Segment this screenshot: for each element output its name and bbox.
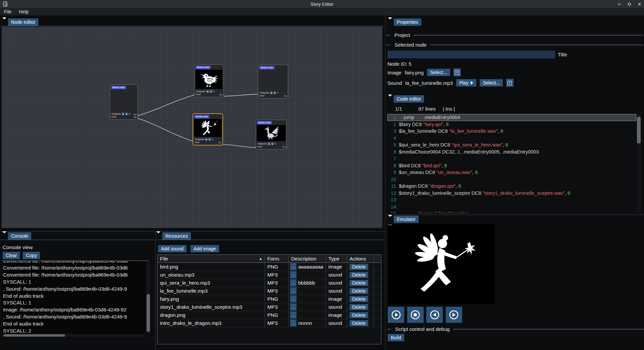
increment-outputs-button[interactable]: ▶ — [273, 91, 276, 94]
actions-cell: Delete — [347, 311, 374, 319]
node-graph-canvas[interactable]: Media nodeOutputs◀▶2Out#0#1Media nodeOut… — [2, 27, 382, 228]
add-sound-button[interactable]: Add sound — [158, 245, 186, 252]
collapse-panel-icon[interactable] — [2, 233, 7, 237]
collapse-panel-icon[interactable] — [156, 233, 161, 237]
edit-description-button[interactable]: .. — [290, 295, 297, 302]
tab-code-editor[interactable]: Code editor — [394, 95, 424, 103]
tab-emulator[interactable]: Emulator — [394, 216, 419, 223]
code-token: , — [455, 183, 458, 190]
increment-outputs-button[interactable]: ▶ — [271, 142, 274, 145]
format-cell: PNG — [265, 263, 289, 271]
emulator-stop-button[interactable] — [407, 307, 424, 323]
delete-button[interactable]: Delete — [350, 272, 368, 278]
graph-node[interactable]: Media nodeOutputs◀▶2Out#0#1 — [110, 84, 138, 120]
sound-play-button[interactable]: Play — [456, 79, 476, 86]
edit-description-button[interactable]: .. — [290, 271, 297, 278]
increment-outputs-button[interactable]: ▶ — [210, 90, 213, 93]
collapse-panel-icon[interactable] — [2, 19, 7, 23]
collapse-panel-icon[interactable] — [388, 217, 392, 221]
edit-description-button[interactable]: .. — [290, 319, 297, 327]
delete-button[interactable]: Delete — [350, 304, 368, 310]
delete-button[interactable]: Delete — [350, 320, 368, 326]
code-token: , .mediaEntry0005, .mediaEntry0003 — [460, 149, 539, 156]
tab-resources[interactable]: Resources — [162, 232, 191, 240]
column-header-actions[interactable]: Actions — [347, 255, 374, 263]
tab-node-editor[interactable]: Node editor — [8, 18, 38, 26]
delete-button[interactable]: Delete — [350, 296, 368, 302]
graph-node-bird[interactable]: Media nodeOutputs◀▶1Out#1 — [194, 64, 224, 97]
graph-node-dragon[interactable]: Media nodeOutputs◀▶1Out#1 — [256, 120, 287, 150]
code-token: $fairy DC8 — [399, 121, 423, 128]
code-text-area[interactable]: 1→jump ···· .mediaEntry00042$fairy DC8 "… — [387, 114, 636, 213]
column-header-description[interactable]: Description — [289, 255, 326, 263]
decrement-outputs-button[interactable]: ◀ — [267, 142, 270, 145]
edit-description-button[interactable]: .. — [290, 303, 297, 310]
code-token: "dragon.qoi" — [429, 183, 455, 190]
outputs-label: Outputs — [195, 138, 204, 141]
copy-button[interactable]: Copy — [23, 252, 40, 259]
decrement-outputs-button[interactable]: ◀ — [270, 91, 273, 94]
description-cell: .. — [289, 271, 326, 279]
edit-description-button[interactable]: .. — [290, 311, 297, 318]
tab-properties[interactable]: Properties — [394, 18, 421, 26]
column-header-file[interactable]: File▲ — [158, 255, 265, 263]
menu-item-file[interactable]: File — [4, 9, 12, 14]
line-number: 8 — [387, 162, 399, 169]
image-clear-button[interactable]: ✕ — [453, 68, 461, 76]
graph-node-fairy[interactable]: Media nodeOutputs◀▶1Out#1 — [193, 113, 223, 145]
line-number: 11 — [387, 183, 399, 190]
decrement-outputs-button[interactable]: ◀ — [206, 90, 209, 93]
output-pin — [222, 142, 223, 143]
build-button[interactable]: Build — [388, 334, 404, 341]
delete-button[interactable]: Delete — [350, 264, 368, 270]
emulator-forward-button[interactable] — [446, 307, 462, 323]
console-log-line: End of audio track — [3, 293, 146, 300]
code-vertical-scrollbar[interactable] — [637, 114, 641, 213]
edit-description-button[interactable]: .. — [290, 287, 297, 294]
console-vertical-scrollbar[interactable] — [146, 261, 150, 333]
spacer-cell — [374, 271, 381, 279]
tab-console[interactable]: Console — [8, 232, 31, 240]
add-image-button[interactable]: Add image — [191, 245, 219, 252]
menu-item-help[interactable]: Help — [19, 9, 29, 14]
title-input[interactable] — [387, 51, 555, 58]
output-pin — [287, 95, 289, 97]
emulator-back-button[interactable] — [426, 307, 443, 323]
decrement-outputs-button[interactable]: ◀ — [205, 138, 208, 141]
sound-clear-button[interactable]: ✕ — [506, 79, 514, 87]
graph-node[interactable]: Media nodeOutputs◀▶1Out#1 — [258, 65, 288, 99]
delete-button[interactable]: Delete — [350, 312, 368, 318]
increment-outputs-button[interactable]: ▶ — [208, 138, 211, 141]
column-header-form[interactable]: Form. — [265, 255, 289, 263]
clear-button[interactable]: Clear — [3, 252, 20, 259]
minimize-icon[interactable] — [616, 1, 622, 7]
code-token: "bird.qoi" — [422, 162, 441, 169]
output-pin-row: #1 — [283, 146, 287, 148]
output-pin-row: #1 — [220, 94, 224, 96]
console-log[interactable]: Convertered file: /home/anthony/ostproj/… — [2, 261, 146, 334]
console-log-line: SYSCALL: 1 — [3, 299, 146, 306]
code-token: $un_oiseau DC8 — [399, 169, 436, 176]
emulator-play-button[interactable] — [388, 307, 404, 323]
file-cell: la_fee_luminelle.mp3 — [158, 287, 265, 295]
description-cell: .. — [289, 287, 326, 295]
delete-button[interactable]: Delete — [350, 280, 368, 286]
edit-description-button[interactable]: .. — [290, 279, 297, 286]
increment-outputs-button[interactable]: ▶ — [125, 112, 128, 115]
sound-select-button[interactable]: Select... — [480, 79, 503, 86]
panel-splitter[interactable] — [385, 15, 385, 350]
collapse-panel-icon[interactable] — [388, 19, 392, 23]
edit-description-button[interactable]: .. — [290, 263, 297, 270]
image-select-button[interactable]: Select... — [427, 69, 450, 76]
close-icon[interactable] — [637, 1, 642, 7]
collapse-panel-icon[interactable] — [388, 97, 392, 100]
line-number: 4 — [387, 135, 399, 142]
maximize-icon[interactable] — [627, 1, 632, 7]
delete-button[interactable]: Delete — [350, 288, 368, 294]
console-horizontal-scrollbar[interactable] — [3, 334, 145, 337]
node-type-label: Media node — [194, 115, 209, 118]
line-number: 10 — [387, 176, 399, 183]
decrement-outputs-button[interactable]: ◀ — [121, 112, 124, 115]
spacer-cell — [374, 287, 381, 295]
column-header-type[interactable]: Type — [326, 255, 347, 263]
